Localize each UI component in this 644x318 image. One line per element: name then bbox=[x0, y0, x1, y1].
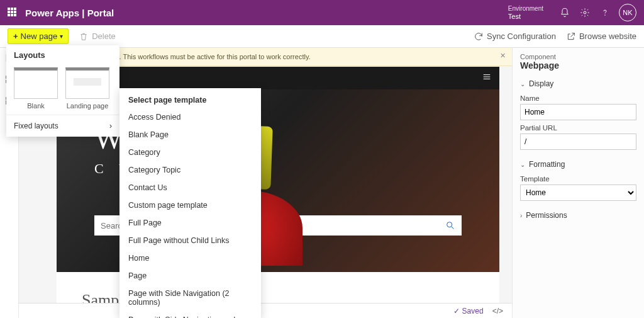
browse-label: Browse website bbox=[579, 31, 636, 41]
source-code-button[interactable]: </> bbox=[492, 307, 503, 315]
search-icon bbox=[445, 220, 455, 230]
app-title: Power Apps | Portal bbox=[25, 8, 114, 18]
layout-landing-label: Landing page bbox=[65, 102, 109, 110]
templates-popup: Select page template Access DeniedBlank … bbox=[119, 88, 261, 318]
new-page-label: New page bbox=[21, 31, 58, 41]
svg-point-1 bbox=[605, 15, 606, 16]
saved-status: ✓ Saved bbox=[453, 307, 483, 315]
svg-point-0 bbox=[584, 11, 586, 14]
display-section-header[interactable]: ⌄Display bbox=[520, 79, 636, 88]
close-icon[interactable]: ✕ bbox=[500, 52, 506, 60]
saved-label: Saved bbox=[462, 307, 484, 315]
chevron-right-icon: › bbox=[109, 122, 112, 130]
app-launcher-icon[interactable] bbox=[8, 8, 18, 18]
template-item[interactable]: Access Denied bbox=[119, 108, 261, 126]
sync-label: Sync Configuration bbox=[487, 31, 556, 41]
template-select[interactable]: Home bbox=[520, 185, 636, 201]
command-bar: + New page ▾ Delete Sync Configuration B… bbox=[0, 25, 644, 48]
template-item[interactable]: Page bbox=[119, 267, 261, 285]
delete-label: Delete bbox=[92, 31, 116, 41]
layouts-header: Layouts bbox=[6, 45, 119, 65]
chevron-down-icon: ⌄ bbox=[520, 161, 525, 168]
plus-icon: + bbox=[13, 31, 18, 41]
env-value: Test bbox=[508, 13, 543, 21]
template-item[interactable]: Contact Us bbox=[119, 179, 261, 196]
template-item[interactable]: Page with Side Navigation (2 columns) bbox=[119, 285, 261, 311]
app-header: Power Apps | Portal Environment Test NK bbox=[0, 0, 644, 25]
formatting-section-header[interactable]: ⌄Formatting bbox=[520, 160, 636, 169]
formatting-header-label: Formatting bbox=[529, 160, 565, 169]
template-item[interactable]: Full Page without Child Links bbox=[119, 232, 261, 249]
component-name: Webpage bbox=[520, 60, 636, 71]
environment-picker[interactable]: Environment Test bbox=[508, 4, 543, 21]
partial-url-label: Partial URL bbox=[520, 124, 636, 132]
properties-pane: Component Webpage ⌄Display Name Partial … bbox=[512, 48, 644, 318]
layout-landing-page[interactable]: Landing page bbox=[65, 67, 109, 110]
component-label: Component bbox=[520, 53, 636, 60]
env-label: Environment bbox=[508, 4, 543, 13]
template-item[interactable]: Custom page template bbox=[119, 196, 261, 214]
help-icon[interactable] bbox=[595, 3, 615, 23]
template-item[interactable]: Category Topic bbox=[119, 161, 261, 179]
template-item[interactable]: Category bbox=[119, 144, 261, 161]
svg-point-9 bbox=[447, 222, 452, 227]
display-header-label: Display bbox=[529, 79, 553, 88]
fixed-layouts-button[interactable]: Fixed layouts › bbox=[6, 115, 119, 137]
template-item[interactable]: Home bbox=[119, 249, 261, 267]
user-avatar[interactable]: NK bbox=[619, 4, 636, 21]
external-link-icon bbox=[566, 31, 576, 42]
template-item[interactable]: Page with Side Navigation and Sidebar (3… bbox=[119, 311, 261, 318]
name-label: Name bbox=[520, 94, 636, 102]
new-page-button[interactable]: + New page ▾ bbox=[8, 28, 69, 44]
settings-icon[interactable] bbox=[575, 3, 595, 23]
permissions-header-label: Permissions bbox=[526, 211, 567, 220]
permissions-section-header[interactable]: ›Permissions bbox=[520, 211, 636, 220]
sync-configuration-button[interactable]: Sync Configuration bbox=[474, 31, 556, 42]
chevron-right-icon: › bbox=[520, 212, 522, 219]
layout-blank-label: Blank bbox=[14, 102, 58, 110]
name-input[interactable] bbox=[520, 104, 636, 120]
hamburger-icon[interactable] bbox=[482, 72, 492, 85]
browse-website-button[interactable]: Browse website bbox=[566, 31, 636, 42]
layouts-popup: Layouts Blank Landing page Fixed layouts… bbox=[6, 45, 119, 137]
template-item[interactable]: Blank Page bbox=[119, 126, 261, 144]
template-item[interactable]: Full Page bbox=[119, 214, 261, 232]
chevron-down-icon: ⌄ bbox=[520, 81, 525, 88]
status-bar: ✓ Saved </> bbox=[19, 303, 512, 318]
separator: | bbox=[82, 8, 87, 18]
app-name: Power Apps bbox=[25, 8, 79, 18]
partial-url-input[interactable] bbox=[520, 133, 636, 150]
templates-header: Select page template bbox=[119, 92, 261, 108]
trash-icon bbox=[79, 31, 89, 42]
sync-icon bbox=[474, 31, 484, 42]
template-label: Template bbox=[520, 175, 636, 183]
portal-navbar: ortal bbox=[57, 67, 499, 89]
delete-button[interactable]: Delete bbox=[79, 31, 116, 42]
layout-blank[interactable]: Blank bbox=[14, 67, 58, 110]
search-button[interactable] bbox=[439, 215, 462, 236]
fixed-layouts-label: Fixed layouts bbox=[14, 122, 58, 130]
chevron-down-icon: ▾ bbox=[60, 33, 63, 40]
notifications-icon[interactable] bbox=[555, 3, 575, 23]
app-section: Portal bbox=[87, 8, 114, 18]
